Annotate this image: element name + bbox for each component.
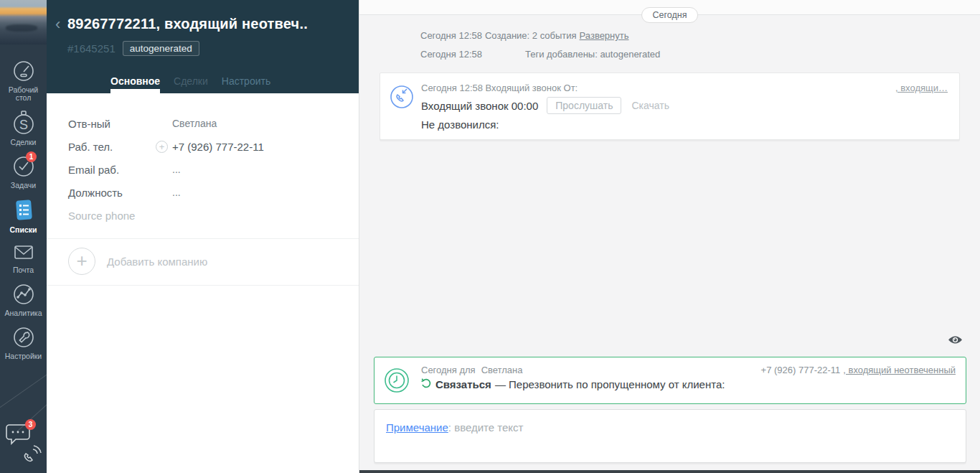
visibility-eye-icon[interactable] [948, 334, 963, 348]
field-label: Email раб. [68, 164, 161, 176]
tab-setup[interactable]: Настроить [222, 75, 270, 93]
field-email: Email раб. ... [47, 158, 359, 181]
listen-button[interactable]: Прослушать [547, 97, 621, 114]
download-link[interactable]: Скачать [631, 100, 669, 111]
tab-deals[interactable]: Сделки [174, 75, 208, 93]
field-work-phone: Раб. тел. +7 (926) 777-22-11 [47, 135, 359, 158]
sidebar-item-deals[interactable]: S Сделки [0, 110, 47, 146]
event-tags-added: Сегодня 12:58Теги добавлены: autogenerat… [420, 45, 980, 64]
add-company-button[interactable]: Добавить компанию [47, 239, 359, 284]
event-time: Сегодня 12:58 [420, 49, 482, 60]
timeline-feed: Сегодня Сегодня 12:58Создание: 2 события… [359, 0, 980, 473]
sidebar-item-label: Почта [13, 266, 34, 274]
left-sidebar: Рабочий стол S Сделки 1 [0, 0, 47, 473]
note-type-link[interactable]: Примечание [386, 421, 448, 434]
call-result: Не дозвонился: [421, 118, 948, 131]
divider [47, 285, 359, 286]
analytics-icon [11, 282, 36, 306]
event-time: Сегодня 12:58 [420, 30, 482, 41]
field-source-phone: Source phone [47, 204, 359, 227]
field-value-position[interactable]: ... [172, 187, 181, 198]
contact-title: 89267772211, входящий неотвеч.. [67, 0, 359, 32]
field-label: Source phone [68, 210, 161, 222]
field-responsible: Отв-ный Светлана [47, 112, 359, 135]
call-type-link[interactable]: , входящи… [895, 83, 948, 93]
task-date: Сегодня для [421, 365, 476, 375]
lists-icon [11, 197, 36, 223]
contact-details: Отв-ный Светлана Раб. тел. +7 (926) 777-… [47, 93, 359, 473]
sidebar-item-mail[interactable]: Почта [0, 242, 47, 274]
incoming-call-icon [389, 83, 415, 113]
task-clock-icon [383, 367, 410, 397]
event-text: Теги добавлены: autogenerated [525, 49, 660, 60]
date-separator: Сегодня [641, 7, 699, 23]
event-text: Создание: 2 события [485, 30, 577, 41]
tasks-badge: 1 [26, 151, 37, 162]
plus-icon [68, 248, 95, 275]
task-phone[interactable]: +7 (926) 777-22-11 [761, 365, 841, 375]
field-position: Должность ... [47, 181, 359, 204]
contact-tag[interactable]: autogenerated [123, 41, 199, 56]
field-value-phone[interactable]: +7 (926) 777-22-11 [172, 141, 264, 153]
sidebar-item-label: Рабочий стол [9, 86, 38, 102]
event-creation: Сегодня 12:58Создание: 2 событияРазверну… [420, 27, 980, 45]
sidebar-item-dashboard[interactable]: Рабочий стол [0, 59, 47, 102]
chat-badge: 3 [25, 419, 36, 430]
field-label: Раб. тел. [68, 141, 161, 153]
deals-icon: S [11, 110, 36, 136]
sidebar-item-settings[interactable]: Настройки [0, 325, 47, 360]
expand-link[interactable]: Развернуть [580, 30, 629, 41]
task-person[interactable]: Светлана [481, 365, 523, 375]
add-phone-icon[interactable] [156, 141, 168, 153]
bottom-edge-bar [359, 470, 980, 473]
svg-text:S: S [19, 118, 27, 132]
incoming-call-card: Сегодня 12:58 Входящий звонок От: , вход… [380, 72, 960, 140]
sidebar-item-label: Аналитика [5, 309, 42, 317]
task-action: Связаться [435, 378, 491, 390]
phone-widget-button[interactable] [22, 444, 43, 468]
contact-tabs: Основное Сделки Настроить [110, 75, 270, 93]
field-value-responsible[interactable]: Светлана [172, 118, 217, 129]
tab-main[interactable]: Основное [110, 75, 160, 93]
task-type-link[interactable]: , входящий неотвеченный [843, 365, 956, 375]
contact-header: ‹ 89267772211, входящий неотвеч.. #16452… [47, 0, 359, 93]
note-input[interactable]: Примечание: введите текст [374, 409, 966, 463]
sidebar-item-label: Настройки [5, 352, 42, 360]
back-button[interactable]: ‹ [55, 17, 60, 32]
sidebar-item-tasks[interactable]: 1 Задачи [0, 154, 47, 189]
phone-icon [22, 444, 43, 465]
call-label: Входящий звонок 00:00 [421, 100, 538, 112]
call-header: Сегодня 12:58 Входящий звонок От: [421, 83, 895, 93]
sidebar-item-lists[interactable]: Списки [0, 197, 47, 234]
follow-up-icon [421, 378, 431, 390]
contact-panel: ‹ 89267772211, входящий неотвеч.. #16452… [47, 0, 359, 473]
contact-id: #1645251 [67, 42, 116, 55]
task-card: Сегодня для Светлана +7 (926) 777-22-11 … [374, 357, 966, 404]
mail-icon [11, 242, 36, 263]
dashboard-icon [11, 59, 36, 83]
sidebar-item-label: Сделки [11, 139, 37, 146]
field-label: Отв-ный [68, 118, 161, 130]
note-placeholder: : введите текст [448, 421, 524, 434]
app-window: Рабочий стол S Сделки 1 [0, 0, 980, 473]
add-company-label: Добавить компанию [107, 256, 207, 268]
task-description: — Перезвонить по пропущенному от клиента… [495, 378, 725, 390]
settings-icon [11, 325, 36, 350]
field-label: Должность [68, 187, 161, 199]
sidebar-item-label: Задачи [11, 182, 36, 189]
sidebar-item-label: Списки [10, 226, 37, 234]
account-photo[interactable] [0, 0, 47, 45]
sidebar-item-analytics[interactable]: Аналитика [0, 282, 47, 317]
field-value-email[interactable]: ... [172, 164, 181, 175]
